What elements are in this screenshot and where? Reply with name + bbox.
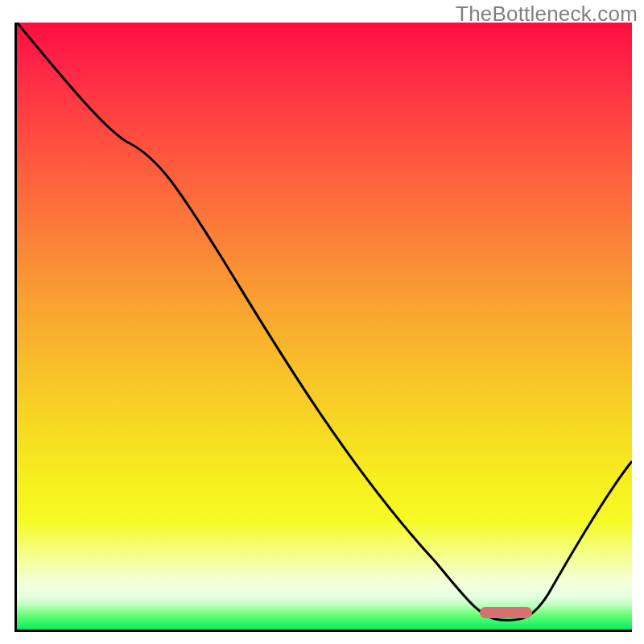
curve-path (17, 23, 632, 621)
chart-container: TheBottleneck.com (0, 0, 644, 644)
watermark-text: TheBottleneck.com (456, 2, 638, 27)
plot-area (14, 23, 632, 632)
optimal-range-marker (480, 607, 532, 618)
bottleneck-curve (17, 23, 632, 630)
